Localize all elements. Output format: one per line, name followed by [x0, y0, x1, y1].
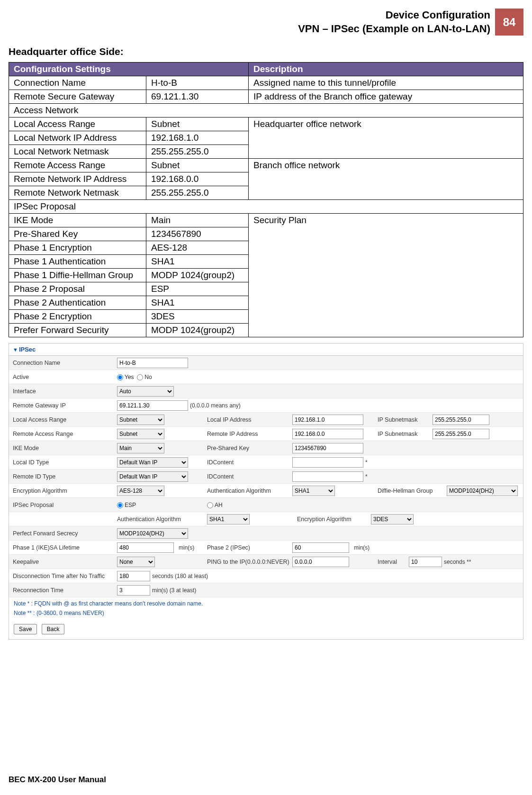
back-button[interactable]: Back: [42, 624, 65, 634]
lbl-remote-ip: Remote IP Address: [207, 431, 292, 437]
radio-ah[interactable]: [207, 502, 213, 508]
input-connection-name[interactable]: [117, 358, 188, 368]
select-interface[interactable]: Auto: [117, 386, 174, 397]
txt-ah: AH: [215, 502, 223, 508]
radio-esp-label[interactable]: ESP: [117, 502, 136, 508]
cfg-desc: Headquarter office network: [249, 117, 523, 159]
note-1: Note * : FQDN with @ as first character …: [9, 597, 523, 610]
input-local-mask[interactable]: [433, 415, 489, 425]
footer-manual-name: BEC MX-200 User Manual: [9, 775, 106, 785]
input-local-ip[interactable]: [292, 415, 363, 425]
input-remote-mask[interactable]: [433, 429, 489, 439]
input-psk[interactable]: [292, 443, 363, 453]
radio-active-yes[interactable]: [117, 374, 123, 380]
select-remote-access-range[interactable]: Subnet: [117, 429, 164, 439]
cfg-value: Main: [146, 214, 249, 227]
lbl-remote-gateway-ip: Remote Gateway IP: [13, 402, 117, 409]
suffix-mins3: min(s) (3 at least): [152, 587, 196, 594]
cfg-value: MODP 1024(group2): [146, 324, 249, 337]
radio-active-yes-label[interactable]: Yes: [117, 374, 134, 380]
select-local-id-type[interactable]: Default Wan IP: [117, 457, 188, 468]
radio-active-no-label[interactable]: No: [137, 374, 152, 380]
cfg-value: MODP 1024(group2): [146, 269, 249, 282]
lbl-auth-alg: Authentication Algorithm: [207, 488, 292, 494]
input-phase2-life[interactable]: [292, 542, 349, 553]
cfg-desc: Branch office network: [249, 159, 523, 200]
lbl-psk: Pre-Shared Key: [207, 445, 292, 452]
table-row: IKE ModeMainSecurity Plan: [9, 214, 523, 227]
page-header-title: Device Configuration VPN – IPSec (Exampl…: [9, 9, 495, 36]
cfg-value: ESP: [146, 282, 249, 296]
select-auth-alg2[interactable]: SHA1: [207, 514, 250, 524]
cfg-key: Local Access Range: [9, 117, 146, 131]
cfg-key: Prefer Forward Security: [9, 324, 146, 337]
input-reconnect[interactable]: [117, 585, 150, 596]
lbl-local-access-range: Local Access Range: [13, 416, 117, 423]
select-enc-alg[interactable]: AES-128: [117, 486, 164, 496]
suffix-mins1: min(s): [179, 544, 194, 551]
header-line1: Device Configuration: [386, 9, 490, 21]
input-disconnect[interactable]: [117, 571, 150, 581]
cfg-value: 1234567890: [146, 227, 249, 241]
lbl-interface: Interface: [13, 388, 117, 395]
input-phase1-life[interactable]: [117, 542, 174, 553]
collapse-arrow-icon: ▼: [13, 347, 18, 352]
cfg-key: Phase 1 Diffie-Hellman Group: [9, 269, 146, 282]
radio-ah-label[interactable]: AH: [207, 502, 223, 508]
select-dh-group[interactable]: MODP1024(DH2): [447, 486, 518, 496]
lbl-auth-alg2: Authentication Algorithm: [117, 516, 207, 523]
lbl-disconnect: Disconnection Time after No Traffic: [13, 573, 117, 579]
input-interval[interactable]: [409, 557, 442, 567]
radio-esp[interactable]: [117, 502, 123, 508]
select-keepalive[interactable]: None: [117, 557, 155, 567]
select-ike-mode[interactable]: Main: [117, 443, 164, 453]
lbl-remote-access-range: Remote Access Range: [13, 431, 117, 437]
cfg-value: AES-128: [146, 241, 249, 255]
page-header: Device Configuration VPN – IPSec (Exampl…: [9, 9, 523, 36]
form-section-title: IPSec: [19, 346, 36, 353]
table-row: IPSec Proposal: [9, 200, 523, 214]
table-row: Remote Secure Gateway69.121.1.30IP addre…: [9, 90, 523, 104]
select-local-access-range[interactable]: Subnet: [117, 415, 164, 425]
lbl-local-ip: Local IP Address: [207, 416, 292, 423]
form-section-header[interactable]: ▼IPSec: [9, 343, 523, 356]
cfg-desc: Security Plan: [249, 214, 523, 337]
select-remote-id-type[interactable]: Default Wan IP: [117, 471, 188, 482]
lbl-keepalive: Keepalive: [13, 559, 117, 565]
cfg-value: 3DES: [146, 310, 249, 324]
suffix-sec180: seconds (180 at least): [152, 573, 208, 579]
input-local-idcontent[interactable]: [292, 457, 363, 468]
hint-remote-gateway: (0.0.0.0 means any): [190, 402, 241, 409]
input-remote-ip[interactable]: [292, 429, 363, 439]
table-row: Remote Access RangeSubnetBranch office n…: [9, 159, 523, 172]
select-enc-alg2[interactable]: 3DES: [371, 514, 414, 524]
cfg-value: 255.255.255.0: [146, 145, 249, 159]
cfg-key: Phase 2 Authentication: [9, 296, 146, 310]
config-settings-table: Configuration Settings Description Conne…: [9, 62, 523, 337]
lbl-ipsec-proposal: IPSec Proposal: [13, 502, 117, 508]
lbl-connection-name: Connection Name: [13, 360, 117, 366]
select-pfs[interactable]: MODP1024(DH2): [117, 528, 188, 539]
lbl-local-idcontent: IDContent: [207, 459, 292, 466]
lbl-phase1-life: Phase 1 (IKE)SA Lifetime: [13, 544, 117, 551]
section-row: IPSec Proposal: [9, 200, 523, 214]
input-remote-idcontent[interactable]: [292, 471, 363, 482]
cfg-desc: Assigned name to this tunnel/profile: [249, 76, 523, 90]
txt-esp: ESP: [125, 502, 136, 508]
radio-active-no[interactable]: [137, 374, 143, 380]
lbl-remote-mask: IP Subnetmask: [378, 431, 430, 437]
cfg-value: Subnet: [146, 117, 249, 131]
page-number-badge: 84: [495, 9, 523, 36]
table-row: Local Access RangeSubnetHeadquarter offi…: [9, 117, 523, 131]
lbl-interval: Interval: [378, 559, 406, 565]
suffix-mins2: min(s): [354, 544, 370, 551]
save-button[interactable]: Save: [14, 624, 37, 634]
input-remote-gateway-ip[interactable]: [117, 400, 188, 411]
lbl-phase2: Phase 2 (IPSec): [207, 544, 292, 551]
select-auth-alg[interactable]: SHA1: [292, 486, 335, 496]
cfg-value: SHA1: [146, 255, 249, 269]
input-ping-ip[interactable]: [292, 557, 349, 567]
lbl-pfs: Perfect Forward Secrecy: [13, 530, 117, 537]
lbl-local-mask: IP Subnetmask: [378, 416, 430, 423]
cfg-key: Phase 1 Encryption: [9, 241, 146, 255]
